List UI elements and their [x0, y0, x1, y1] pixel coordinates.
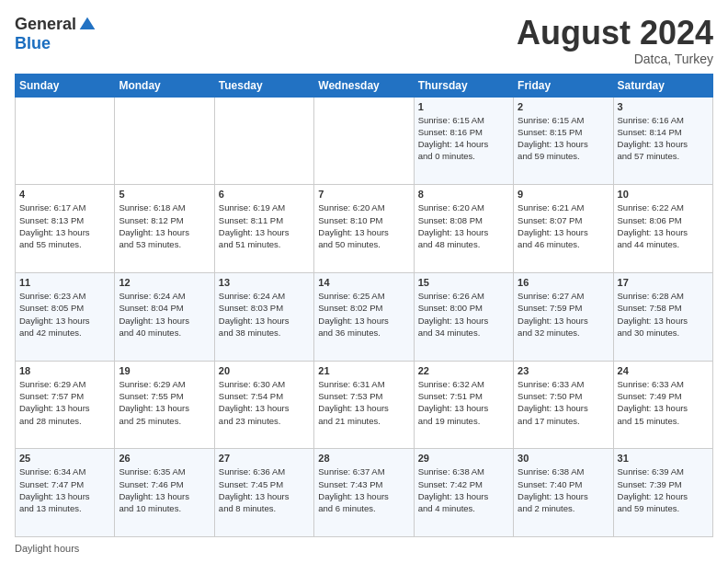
location: Datca, Turkey — [517, 52, 713, 66]
day-number: 31 — [618, 453, 709, 464]
calendar-cell: 30Sunrise: 6:38 AMSunset: 7:40 PMDayligh… — [514, 449, 613, 537]
col-header-wednesday: Wednesday — [314, 74, 414, 97]
day-number: 14 — [318, 277, 409, 288]
day-info: Sunrise: 6:32 AMSunset: 7:51 PMDaylight:… — [418, 378, 509, 427]
day-info: Sunrise: 6:20 AMSunset: 8:08 PMDaylight:… — [418, 201, 509, 250]
calendar-cell: 13Sunrise: 6:24 AMSunset: 8:03 PMDayligh… — [214, 272, 313, 361]
day-number: 6 — [219, 189, 310, 200]
day-number: 10 — [618, 189, 709, 200]
logo-general: General — [15, 15, 76, 34]
day-info: Sunrise: 6:22 AMSunset: 8:06 PMDaylight:… — [618, 201, 709, 250]
calendar-cell: 19Sunrise: 6:29 AMSunset: 7:55 PMDayligh… — [115, 361, 214, 449]
calendar-week-row: 4Sunrise: 6:17 AMSunset: 8:13 PMDaylight… — [16, 185, 713, 273]
day-info: Sunrise: 6:33 AMSunset: 7:49 PMDaylight:… — [618, 378, 709, 427]
day-number: 17 — [618, 277, 709, 288]
calendar-cell: 25Sunrise: 6:34 AMSunset: 7:47 PMDayligh… — [16, 449, 115, 537]
day-info: Sunrise: 6:31 AMSunset: 7:53 PMDaylight:… — [318, 378, 409, 427]
day-info: Sunrise: 6:38 AMSunset: 7:40 PMDaylight:… — [518, 465, 609, 514]
day-number: 24 — [618, 365, 709, 376]
day-info: Sunrise: 6:16 AMSunset: 8:14 PMDaylight:… — [618, 114, 709, 163]
day-number: 1 — [418, 101, 509, 112]
calendar-cell: 7Sunrise: 6:20 AMSunset: 8:10 PMDaylight… — [314, 185, 414, 273]
col-header-monday: Monday — [115, 74, 214, 97]
day-info: Sunrise: 6:25 AMSunset: 8:02 PMDaylight:… — [318, 290, 409, 339]
day-number: 13 — [219, 277, 310, 288]
calendar-cell — [115, 97, 214, 185]
calendar-cell: 26Sunrise: 6:35 AMSunset: 7:46 PMDayligh… — [115, 449, 214, 537]
calendar-cell: 20Sunrise: 6:30 AMSunset: 7:54 PMDayligh… — [214, 361, 313, 449]
day-number: 26 — [119, 453, 210, 464]
month-title: August 2024 — [517, 15, 713, 52]
day-info: Sunrise: 6:28 AMSunset: 7:58 PMDaylight:… — [618, 290, 709, 339]
footer: Daylight hours — [15, 543, 713, 554]
day-info: Sunrise: 6:20 AMSunset: 8:10 PMDaylight:… — [318, 201, 409, 250]
day-number: 22 — [418, 365, 509, 376]
day-info: Sunrise: 6:21 AMSunset: 8:07 PMDaylight:… — [518, 201, 609, 250]
logo: General Blue — [15, 15, 97, 53]
calendar-cell: 31Sunrise: 6:39 AMSunset: 7:39 PMDayligh… — [613, 449, 712, 537]
calendar-cell: 6Sunrise: 6:19 AMSunset: 8:11 PMDaylight… — [214, 185, 313, 273]
day-info: Sunrise: 6:30 AMSunset: 7:54 PMDaylight:… — [219, 378, 310, 427]
day-number: 21 — [318, 365, 409, 376]
day-number: 29 — [418, 453, 509, 464]
calendar-week-row: 18Sunrise: 6:29 AMSunset: 7:57 PMDayligh… — [16, 361, 713, 449]
calendar-cell: 12Sunrise: 6:24 AMSunset: 8:04 PMDayligh… — [115, 272, 214, 361]
logo-blue: Blue — [15, 34, 51, 53]
calendar-cell: 9Sunrise: 6:21 AMSunset: 8:07 PMDaylight… — [514, 185, 613, 273]
calendar-cell: 15Sunrise: 6:26 AMSunset: 8:00 PMDayligh… — [414, 272, 513, 361]
calendar-cell: 4Sunrise: 6:17 AMSunset: 8:13 PMDaylight… — [16, 185, 115, 273]
day-info: Sunrise: 6:37 AMSunset: 7:43 PMDaylight:… — [318, 465, 409, 514]
calendar-cell: 23Sunrise: 6:33 AMSunset: 7:50 PMDayligh… — [514, 361, 613, 449]
day-number: 12 — [119, 277, 210, 288]
day-info: Sunrise: 6:24 AMSunset: 8:04 PMDaylight:… — [119, 290, 210, 339]
day-info: Sunrise: 6:38 AMSunset: 7:42 PMDaylight:… — [418, 465, 509, 514]
calendar-cell: 24Sunrise: 6:33 AMSunset: 7:49 PMDayligh… — [613, 361, 712, 449]
header: General Blue August 2024 Datca, Turkey — [15, 15, 713, 66]
calendar-cell: 5Sunrise: 6:18 AMSunset: 8:12 PMDaylight… — [115, 185, 214, 273]
day-info: Sunrise: 6:15 AMSunset: 8:15 PMDaylight:… — [518, 114, 609, 163]
day-number: 20 — [219, 365, 310, 376]
day-number: 3 — [618, 101, 709, 112]
day-number: 11 — [19, 277, 110, 288]
calendar-cell — [214, 97, 313, 185]
calendar-cell: 22Sunrise: 6:32 AMSunset: 7:51 PMDayligh… — [414, 361, 513, 449]
calendar-cell: 1Sunrise: 6:15 AMSunset: 8:16 PMDaylight… — [414, 97, 513, 185]
day-info: Sunrise: 6:24 AMSunset: 8:03 PMDaylight:… — [219, 290, 310, 339]
col-header-sunday: Sunday — [16, 74, 115, 97]
day-number: 28 — [318, 453, 409, 464]
calendar-cell: 18Sunrise: 6:29 AMSunset: 7:57 PMDayligh… — [16, 361, 115, 449]
day-number: 30 — [518, 453, 609, 464]
day-info: Sunrise: 6:36 AMSunset: 7:45 PMDaylight:… — [219, 465, 310, 514]
day-info: Sunrise: 6:34 AMSunset: 7:47 PMDaylight:… — [19, 465, 110, 514]
col-header-saturday: Saturday — [613, 74, 712, 97]
day-info: Sunrise: 6:29 AMSunset: 7:55 PMDaylight:… — [119, 378, 210, 427]
day-info: Sunrise: 6:35 AMSunset: 7:46 PMDaylight:… — [119, 465, 210, 514]
day-number: 23 — [518, 365, 609, 376]
calendar-cell: 17Sunrise: 6:28 AMSunset: 7:58 PMDayligh… — [613, 272, 712, 361]
calendar-cell: 14Sunrise: 6:25 AMSunset: 8:02 PMDayligh… — [314, 272, 414, 361]
svg-marker-0 — [80, 17, 96, 29]
col-header-thursday: Thursday — [414, 74, 513, 97]
calendar-cell — [314, 97, 414, 185]
day-number: 15 — [418, 277, 509, 288]
day-info: Sunrise: 6:15 AMSunset: 8:16 PMDaylight:… — [418, 114, 509, 163]
day-number: 9 — [518, 189, 609, 200]
day-info: Sunrise: 6:23 AMSunset: 8:05 PMDaylight:… — [19, 290, 110, 339]
calendar-week-row: 11Sunrise: 6:23 AMSunset: 8:05 PMDayligh… — [16, 272, 713, 361]
day-number: 16 — [518, 277, 609, 288]
day-info: Sunrise: 6:17 AMSunset: 8:13 PMDaylight:… — [19, 201, 110, 250]
calendar-cell: 8Sunrise: 6:20 AMSunset: 8:08 PMDaylight… — [414, 185, 513, 273]
page: General Blue August 2024 Datca, Turkey S… — [0, 0, 728, 563]
col-header-tuesday: Tuesday — [214, 74, 313, 97]
calendar-header-row: SundayMondayTuesdayWednesdayThursdayFrid… — [16, 74, 713, 97]
day-info: Sunrise: 6:19 AMSunset: 8:11 PMDaylight:… — [219, 201, 310, 250]
calendar-cell — [16, 97, 115, 185]
calendar-cell: 3Sunrise: 6:16 AMSunset: 8:14 PMDaylight… — [613, 97, 712, 185]
footer-label: Daylight hours — [15, 543, 79, 554]
calendar-week-row: 25Sunrise: 6:34 AMSunset: 7:47 PMDayligh… — [16, 449, 713, 537]
calendar-cell: 10Sunrise: 6:22 AMSunset: 8:06 PMDayligh… — [613, 185, 712, 273]
day-number: 7 — [318, 189, 409, 200]
day-info: Sunrise: 6:26 AMSunset: 8:00 PMDaylight:… — [418, 290, 509, 339]
day-info: Sunrise: 6:39 AMSunset: 7:39 PMDaylight:… — [618, 465, 709, 514]
calendar-cell: 21Sunrise: 6:31 AMSunset: 7:53 PMDayligh… — [314, 361, 414, 449]
